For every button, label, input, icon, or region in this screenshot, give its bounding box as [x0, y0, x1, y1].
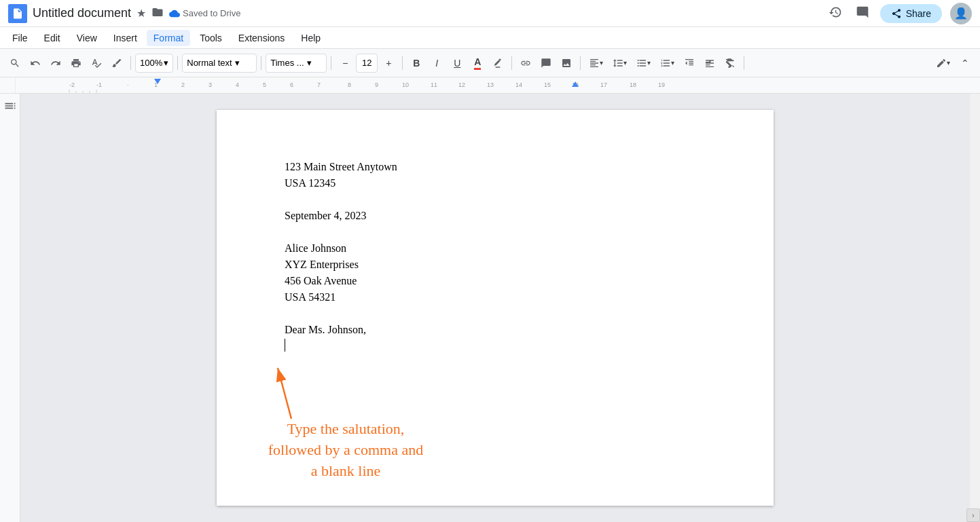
document-page[interactable]: 123 Main Street Anytown USA 12345 Septem… — [217, 110, 774, 506]
svg-line-32 — [278, 368, 291, 419]
menu-edit[interactable]: Edit — [37, 30, 67, 46]
zoom-selector[interactable]: 100% ▾ — [135, 54, 173, 73]
insert-image-button[interactable] — [557, 54, 576, 73]
document-area[interactable]: 123 Main Street Anytown USA 12345 Septem… — [20, 94, 970, 522]
svg-text:2: 2 — [181, 81, 185, 88]
toolbar: 100% ▾ Normal text ▾ Times ... ▾ − 12 + … — [0, 49, 980, 77]
menu-help[interactable]: Help — [294, 30, 327, 46]
menu-insert[interactable]: Insert — [107, 30, 144, 46]
increase-indent-button[interactable] — [700, 54, 719, 73]
line-1: 123 Main Street Anytown — [285, 159, 725, 175]
menu-format[interactable]: Format — [147, 30, 190, 46]
decrease-indent-button[interactable] — [680, 54, 699, 73]
document-outline-icon[interactable] — [3, 99, 17, 116]
annotation-arrow — [251, 361, 332, 422]
line-4: September 4, 2023 — [285, 208, 725, 224]
svg-text:12: 12 — [458, 81, 465, 88]
document-title[interactable]: Untitled document — [33, 6, 131, 20]
underline-button[interactable]: U — [448, 54, 467, 73]
collapse-toolbar-button[interactable]: ⌃ — [956, 54, 975, 73]
bold-button[interactable]: B — [407, 54, 426, 73]
separator-2 — [177, 56, 178, 70]
numbered-list-button[interactable]: ▾ — [656, 54, 678, 73]
search-button[interactable] — [5, 54, 24, 73]
pencil-mode-button[interactable]: ▾ — [932, 54, 954, 73]
print-button[interactable] — [67, 54, 86, 73]
redo-button[interactable] — [46, 54, 65, 73]
line-spacing-button[interactable]: ▾ — [609, 54, 631, 73]
svg-text:3: 3 — [208, 81, 212, 88]
right-panel: › — [970, 94, 980, 522]
svg-text:4: 4 — [236, 81, 239, 88]
line-5 — [285, 224, 725, 240]
svg-text:15: 15 — [544, 81, 551, 88]
svg-text:·: · — [127, 81, 129, 88]
text-color-button[interactable]: A — [468, 54, 487, 73]
paint-format-button[interactable] — [107, 54, 126, 73]
svg-text:11: 11 — [431, 81, 437, 88]
svg-text:7: 7 — [317, 81, 321, 88]
star-icon[interactable]: ★ — [137, 7, 146, 20]
left-panel — [0, 94, 20, 522]
comments-button[interactable] — [853, 3, 872, 24]
folder-icon[interactable] — [151, 6, 164, 21]
line-3 — [285, 191, 725, 208]
font-size-increase-button[interactable]: + — [379, 54, 398, 73]
font-size-input[interactable]: 12 — [356, 54, 378, 73]
svg-text:19: 19 — [658, 81, 665, 88]
separator-1 — [130, 56, 131, 70]
separator-6 — [511, 56, 512, 70]
title-actions: Share 👤 — [826, 3, 972, 24]
svg-text:10: 10 — [402, 81, 409, 88]
ruler: -2 -1 · 1 2 3 4 5 6 7 8 9 10 11 12 13 14… — [0, 77, 980, 94]
svg-text:14: 14 — [515, 81, 522, 88]
menu-file[interactable]: File — [5, 30, 35, 46]
cloud-save-status: Saved to Drive — [169, 8, 240, 19]
svg-text:-2: -2 — [69, 81, 75, 88]
svg-text:6: 6 — [290, 81, 293, 88]
svg-text:5: 5 — [263, 81, 266, 88]
title-section: Untitled document ★ Saved to Drive — [33, 6, 826, 21]
menu-bar: File Edit View Insert Format Tools Exten… — [0, 27, 980, 49]
separator-3 — [261, 56, 261, 70]
scroll-to-bottom-hint[interactable]: › — [966, 508, 980, 522]
bullet-list-button[interactable]: ▾ — [632, 54, 655, 73]
line-11: Dear Ms. Johnson, — [285, 322, 725, 338]
separator-8 — [744, 56, 744, 70]
insert-link-button[interactable] — [516, 54, 535, 73]
undo-button[interactable] — [26, 54, 45, 73]
svg-text:9: 9 — [375, 81, 378, 88]
italic-button[interactable]: I — [427, 54, 446, 73]
add-comment-button[interactable] — [537, 54, 556, 73]
line-6: Alice Johnson — [285, 240, 725, 257]
clear-formatting-button[interactable] — [721, 54, 740, 73]
svg-text:17: 17 — [600, 81, 607, 88]
history-button[interactable] — [826, 3, 845, 24]
svg-text:8: 8 — [348, 81, 351, 88]
annotation-text: Type the salutation, followed by a comma… — [196, 419, 495, 481]
svg-text:18: 18 — [630, 81, 636, 88]
line-12[interactable] — [285, 338, 725, 354]
font-size-decrease-button[interactable]: − — [335, 54, 355, 73]
line-2: USA 12345 — [285, 175, 725, 191]
svg-text:-1: -1 — [96, 81, 102, 88]
highlight-color-button[interactable] — [488, 54, 507, 73]
separator-4 — [331, 56, 331, 70]
line-9: USA 54321 — [285, 289, 725, 305]
svg-text:13: 13 — [487, 81, 494, 88]
text-align-button[interactable]: ▾ — [585, 54, 607, 73]
line-10 — [285, 305, 725, 322]
menu-extensions[interactable]: Extensions — [232, 30, 291, 46]
separator-7 — [580, 56, 581, 70]
paragraph-style-selector[interactable]: Normal text ▾ — [182, 54, 257, 73]
menu-tools[interactable]: Tools — [193, 30, 229, 46]
document-content[interactable]: 123 Main Street Anytown USA 12345 Septem… — [285, 159, 725, 354]
user-avatar[interactable]: 👤 — [950, 3, 972, 24]
separator-5 — [402, 56, 403, 70]
share-button[interactable]: Share — [880, 4, 942, 23]
spellcheck-button[interactable] — [87, 54, 106, 73]
docs-logo-icon — [8, 4, 27, 23]
main-area: 123 Main Street Anytown USA 12345 Septem… — [0, 94, 980, 522]
menu-view[interactable]: View — [70, 30, 104, 46]
font-selector[interactable]: Times ... ▾ — [266, 54, 327, 73]
